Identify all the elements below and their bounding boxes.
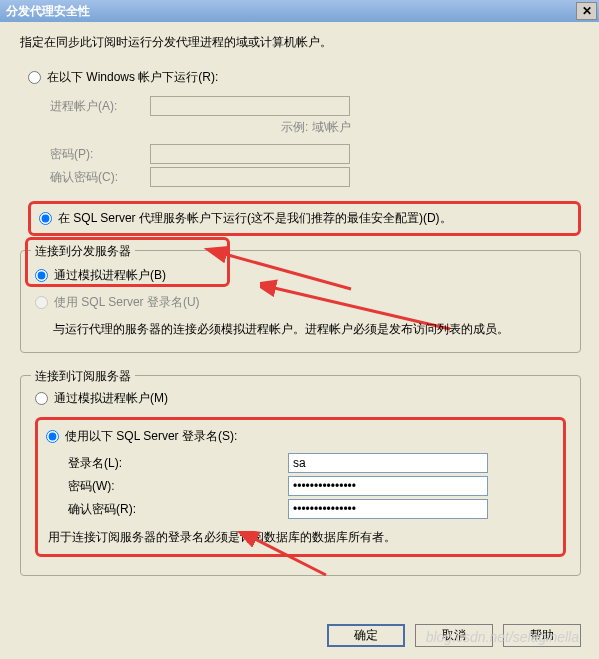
radio-windows-account[interactable] [28, 71, 41, 84]
radio-sql-agent[interactable] [39, 212, 52, 225]
help-button[interactable]: 帮助 [503, 624, 581, 647]
account-hint: 示例: 域\帐户 [281, 119, 581, 136]
close-button[interactable]: ✕ [576, 2, 597, 20]
sub-confirm-input[interactable] [288, 499, 488, 519]
sub-password-label: 密码(W): [68, 478, 168, 495]
ok-button[interactable]: 确定 [327, 624, 405, 647]
radio-dist-impersonate[interactable] [35, 269, 48, 282]
password-label: 密码(P): [50, 146, 150, 163]
fieldset-distributor-legend: 连接到分发服务器 [31, 243, 135, 260]
confirm-label: 确认密码(C): [50, 169, 150, 186]
login-label: 登录名(L): [68, 455, 168, 472]
radio-sql-agent-label: 在 SQL Server 代理服务帐户下运行(这不是我们推荐的最佳安全配置)(D… [58, 210, 452, 227]
login-input[interactable] [288, 453, 488, 473]
sub-confirm-label: 确认密码(R): [68, 501, 168, 518]
radio-windows-label: 在以下 Windows 帐户下运行(R): [47, 69, 218, 86]
radio-sub-sqllogin-label: 使用以下 SQL Server 登录名(S): [65, 428, 237, 445]
fieldset2-note: 用于连接订阅服务器的登录名必须是订阅数据库的数据库所有者。 [48, 529, 555, 546]
radio-dist-sqllogin-label: 使用 SQL Server 登录名(U) [54, 294, 200, 311]
radio-sub-impersonate[interactable] [35, 392, 48, 405]
sub-password-input[interactable] [288, 476, 488, 496]
radio-dist-sqllogin [35, 296, 48, 309]
radio-sub-sqllogin[interactable] [46, 430, 59, 443]
password-input [150, 144, 350, 164]
confirm-input [150, 167, 350, 187]
intro-text: 指定在同步此订阅时运行分发代理进程的域或计算机帐户。 [20, 34, 581, 51]
cancel-button[interactable]: 取消 [415, 624, 493, 647]
fieldset-subscriber: 连接到订阅服务器 通过模拟进程帐户(M) 使用以下 SQL Server 登录名… [20, 375, 581, 576]
window-title: 分发代理安全性 [6, 3, 576, 20]
fieldset-distributor: 连接到分发服务器 通过模拟进程帐户(B) 使用 SQL Server 登录名(U… [20, 250, 581, 353]
radio-dist-impersonate-label: 通过模拟进程帐户(B) [54, 267, 166, 284]
radio-sub-impersonate-label: 通过模拟进程帐户(M) [54, 390, 168, 407]
close-icon: ✕ [582, 4, 592, 18]
fieldset-subscriber-legend: 连接到订阅服务器 [31, 368, 135, 385]
process-account-input [150, 96, 350, 116]
fieldset1-note: 与运行代理的服务器的连接必须模拟进程帐户。进程帐户必须是发布访问列表的成员。 [53, 321, 566, 338]
process-account-label: 进程帐户(A): [50, 98, 150, 115]
